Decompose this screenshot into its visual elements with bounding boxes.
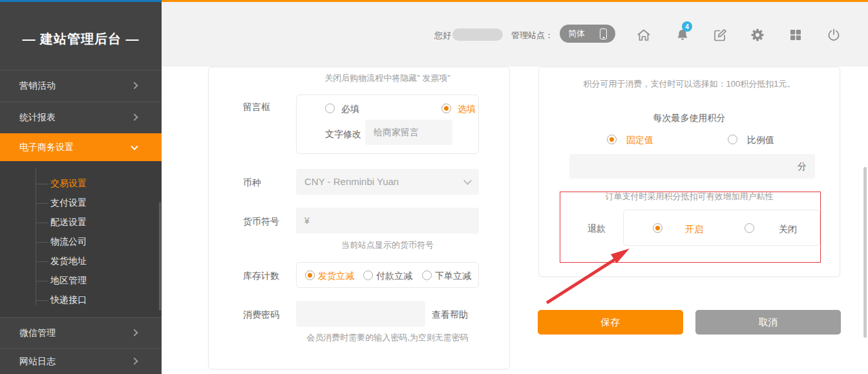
page-scrollbar[interactable] bbox=[863, 167, 867, 338]
radio-optional-label[interactable]: 选填 bbox=[458, 104, 476, 115]
invoice-hint: 关闭后购物流程中将隐藏” 发票项” bbox=[296, 72, 479, 84]
edit-icon[interactable] bbox=[712, 27, 728, 43]
consume-password-input[interactable] bbox=[296, 301, 425, 327]
sidebar-item-site-logs[interactable]: 网站日志 bbox=[0, 348, 162, 374]
sidebar-item-ecommerce-settings[interactable]: 电子商务设置 bbox=[0, 133, 162, 161]
radio-order-deduct[interactable] bbox=[422, 270, 432, 280]
sidebar-item-wechat[interactable]: 微信管理 bbox=[0, 317, 162, 348]
max-points-input[interactable] bbox=[569, 154, 815, 179]
app-logo: — 建站管理后台 — bbox=[0, 30, 162, 48]
max-points-label: 每次最多使用积分 bbox=[539, 113, 840, 124]
stock-count-group: 发货立减 付款立减 下单立减 bbox=[296, 262, 479, 288]
chevron-right-icon bbox=[131, 114, 138, 121]
home-icon[interactable] bbox=[636, 27, 651, 43]
radio-optional[interactable] bbox=[441, 104, 451, 113]
chevron-right-icon bbox=[131, 82, 138, 89]
notification-count-badge: 4 bbox=[682, 21, 692, 32]
radio-refund-off[interactable] bbox=[745, 223, 754, 233]
points-settings-card: 积分可用于消费，支付时可以选择如：100积分抵扣1元。 每次最多使用积分 固定值… bbox=[538, 67, 840, 277]
power-logout-icon[interactable] bbox=[826, 27, 842, 43]
site-language-button[interactable]: 简体 bbox=[560, 25, 615, 43]
manage-site-label: 管理站点： bbox=[511, 30, 553, 41]
refund-group: 开启 关闭 bbox=[623, 210, 820, 246]
chevron-down-icon bbox=[131, 143, 138, 150]
cancel-button[interactable]: 取消 bbox=[695, 310, 841, 335]
radio-fixed-value-label[interactable]: 固定值 bbox=[626, 135, 653, 146]
message-box-label: 留言框 bbox=[243, 102, 270, 113]
currency-symbol-input[interactable]: ¥ bbox=[296, 208, 479, 234]
radio-fixed-value[interactable] bbox=[607, 135, 617, 144]
currency-select[interactable]: CNY - Renminbi Yuan bbox=[296, 169, 479, 195]
radio-refund-on[interactable] bbox=[653, 223, 662, 233]
sidebar-item-statistics[interactable]: 统计报表 bbox=[0, 102, 162, 133]
radio-refund-on-label[interactable]: 开启 bbox=[685, 224, 703, 236]
radio-required[interactable] bbox=[325, 104, 335, 113]
radio-ship-deduct[interactable] bbox=[305, 270, 315, 280]
radio-ship-deduct-label[interactable]: 发货立减 bbox=[318, 270, 354, 282]
submenu-item-region-management[interactable]: 地区管理 bbox=[0, 271, 162, 291]
apps-grid-icon[interactable] bbox=[788, 27, 803, 43]
admin-page: — 建站管理后台 — 营销活动 统计报表 电子商务设置 交易设置 支付设置 配送… bbox=[0, 0, 868, 374]
ecommerce-submenu: 交易设置 支付设置 配送设置 物流公司 发货地址 地区管理 快递接口 bbox=[0, 161, 162, 317]
greeting-text: 您好 bbox=[434, 30, 451, 41]
submenu-item-logistics-company[interactable]: 物流公司 bbox=[0, 232, 162, 252]
chevron-right-icon bbox=[131, 329, 138, 336]
radio-pay-deduct-label[interactable]: 付款立减 bbox=[376, 270, 412, 282]
sidebar-scrollbar[interactable] bbox=[159, 202, 161, 311]
submenu-item-payment-settings[interactable]: 支付设置 bbox=[0, 193, 162, 213]
stock-count-label: 库存计数 bbox=[243, 270, 279, 282]
radio-ratio-value-label[interactable]: 比例值 bbox=[747, 135, 774, 146]
consume-password-label: 消费密码 bbox=[243, 309, 279, 321]
submenu-item-delivery-settings[interactable]: 配送设置 bbox=[0, 213, 162, 232]
radio-pay-deduct[interactable] bbox=[363, 270, 373, 280]
mobile-icon bbox=[600, 28, 607, 39]
submenu-item-trade-settings[interactable]: 交易设置 bbox=[0, 174, 162, 193]
radio-order-deduct-label[interactable]: 下单立减 bbox=[435, 270, 471, 282]
message-text-input[interactable]: 给商家留言 bbox=[365, 120, 452, 145]
points-unit-suffix: 分 bbox=[798, 161, 807, 173]
radio-refund-off-label[interactable]: 关闭 bbox=[779, 224, 797, 236]
submenu-item-express-api[interactable]: 快递接口 bbox=[0, 291, 162, 310]
radio-ratio-value[interactable] bbox=[728, 135, 737, 144]
save-button[interactable]: 保存 bbox=[538, 310, 683, 335]
settings-gear-icon[interactable] bbox=[750, 27, 765, 43]
currency-label: 币种 bbox=[243, 177, 261, 189]
sidebar-item-marketing[interactable]: 营销活动 bbox=[0, 70, 162, 102]
text-edit-label: 文字修改 bbox=[325, 129, 361, 140]
message-box-group: 必填 选填 文字修改 给商家留言 bbox=[296, 94, 479, 154]
sticky-hint: 订单支付时采用积分抵扣可有效增加用户粘性 bbox=[539, 191, 840, 203]
refund-label: 退款 bbox=[587, 223, 606, 235]
currency-symbol-hint: 当前站点显示的货币符号 bbox=[296, 239, 479, 251]
consume-password-hint: 会员消费时需要的输入密码,为空则无需密码 bbox=[270, 332, 505, 344]
radio-required-label[interactable]: 必填 bbox=[341, 104, 359, 115]
submenu-item-shipping-address[interactable]: 发货地址 bbox=[0, 252, 162, 271]
trade-settings-card: 关闭后购物流程中将隐藏” 发票项” 留言框 必填 选填 文字修改 给商家留言 币… bbox=[208, 67, 510, 369]
chevron-right-icon bbox=[131, 357, 138, 364]
username-redacted bbox=[452, 28, 503, 41]
points-hint: 积分可用于消费，支付时可以选择如：100积分抵扣1元。 bbox=[539, 78, 840, 90]
view-help-link[interactable]: 查看帮助 bbox=[432, 309, 468, 321]
currency-symbol-label: 货币符号 bbox=[243, 216, 279, 228]
sidebar: — 建站管理后台 — 营销活动 统计报表 电子商务设置 交易设置 支付设置 配送… bbox=[0, 2, 162, 374]
